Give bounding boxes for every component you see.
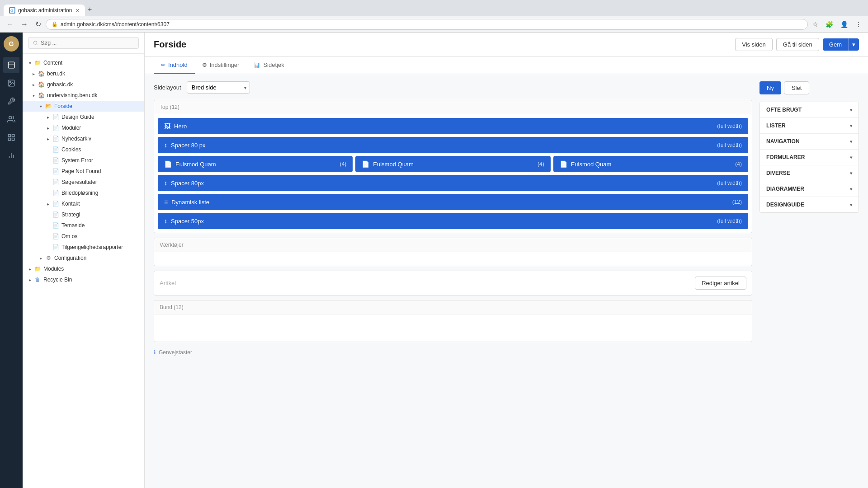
tree-item-nyhedsarkiv[interactable]: ▸ 📄 Nyhedsarkiv: [23, 133, 144, 144]
sidebar-icon-users[interactable]: [3, 111, 19, 127]
sidebar-icon-grid[interactable]: [3, 129, 19, 145]
accordion-header-diverse[interactable]: DIVERSE ▾: [760, 165, 859, 181]
svg-line-15: [37, 44, 38, 45]
sidebar-icon-pages[interactable]: [3, 57, 19, 73]
accordion-header-designguide[interactable]: DESIGNGUIDE ▾: [760, 197, 859, 212]
top-section: Top (12) 🖼 Hero (full width): [154, 100, 752, 233]
tree-toggle: ▾: [37, 103, 44, 110]
folder-icon: 📁: [33, 59, 42, 67]
tree-item-forside[interactable]: ▾ 📂 Forside: [23, 101, 144, 112]
top-section-header: Top (12): [154, 100, 752, 114]
page-icon: 📄: [52, 113, 60, 121]
tree-item-strategi[interactable]: ▸ 📄 Strategi: [23, 209, 144, 220]
tree-item-design-guide[interactable]: ▸ 📄 Design Guide: [23, 112, 144, 122]
sidebar-icon-image[interactable]: [3, 75, 19, 91]
profile-button[interactable]: 👤: [838, 19, 851, 30]
search-input-field[interactable]: [41, 40, 134, 46]
reload-button[interactable]: ↻: [33, 18, 44, 30]
gaa-til-siden-button[interactable]: Gå til siden: [776, 38, 819, 51]
tree-label: Om os: [61, 233, 77, 239]
accordion-header-lister[interactable]: LISTER ▾: [760, 118, 859, 133]
euismod-block-3[interactable]: 📄 Euismod Quam (4): [553, 156, 748, 172]
hero-block[interactable]: 🖼 Hero (full width): [158, 118, 748, 134]
tree-item-beru[interactable]: ▸ 🏠 beru.dk: [23, 68, 144, 79]
home-icon: 🏠: [37, 70, 45, 78]
list-icon: ≡: [164, 198, 168, 206]
accordion-header-navigation[interactable]: NAVIGATION ▾: [760, 134, 859, 149]
vaerktoejer-header: Værktøjer: [154, 238, 752, 252]
page-icon: 📄: [52, 145, 60, 154]
extension-button[interactable]: 🧩: [823, 19, 836, 30]
tree-item-cookies[interactable]: ▸ 📄 Cookies: [23, 144, 144, 155]
tree-item-page-not-found[interactable]: ▸ 📄 Page Not Found: [23, 166, 144, 177]
tree-toggle: ▸: [26, 265, 33, 272]
dynamisk-liste-block[interactable]: ≡ Dynamisk liste (12): [158, 194, 748, 210]
tree-item-billedoplosning[interactable]: ▸ 📄 Billedopløsning: [23, 188, 144, 198]
tree-item-moduler[interactable]: ▸ 📄 Moduler: [23, 122, 144, 133]
tree-item-undervisning[interactable]: ▾ 🏠 undervisning.beru.dk: [23, 90, 144, 101]
tree-label: Design Guide: [61, 114, 94, 120]
doc-icon: 📄: [560, 160, 567, 168]
spacer-50px-block[interactable]: ↕ Spacer 50px (full width): [158, 213, 748, 229]
chevron-icon: ▾: [850, 187, 852, 192]
tree-item-gobasic[interactable]: ▸ 🏠 gobasic.dk: [23, 79, 144, 90]
bookmark-button[interactable]: ☆: [810, 19, 821, 30]
right-panel-buttons: Ny Slet: [760, 81, 859, 94]
accordion-header-formularer[interactable]: FORMULARER ▾: [760, 150, 859, 165]
tree-label: Cookies: [61, 146, 81, 153]
tree-item-soegeresultater[interactable]: ▸ 📄 Søgeresultater: [23, 177, 144, 188]
block-name: Spacer 50px: [171, 218, 204, 225]
folder-icon: 🗑: [33, 276, 42, 284]
euismod-block-2[interactable]: 📄 Euismod Quam (4): [355, 156, 550, 172]
tree-item-system-error[interactable]: ▸ 📄 System Error: [23, 155, 144, 166]
ny-button[interactable]: Ny: [760, 81, 781, 94]
sidebar-icon-tools[interactable]: [3, 93, 19, 109]
tree-toggle: ▸: [44, 135, 52, 142]
page-icon: 📄: [52, 178, 60, 186]
home-icon: 🏠: [37, 91, 45, 99]
page-icon: 📄: [52, 211, 60, 219]
gem-button[interactable]: Gem: [823, 38, 848, 51]
gem-dropdown-button[interactable]: ▾: [848, 38, 859, 51]
tab-indhold[interactable]: ✏ Indhold: [154, 57, 195, 74]
rediger-artikel-button[interactable]: Rediger artikel: [695, 277, 746, 290]
tab-close-button[interactable]: ✕: [75, 8, 80, 14]
vis-siden-button[interactable]: Vis siden: [735, 38, 773, 51]
spacer-80px-block-2[interactable]: ↕ Spacer 80px (full width): [158, 175, 748, 191]
block-count: (4): [538, 161, 544, 167]
svg-point-5: [9, 81, 10, 82]
back-button[interactable]: ←: [4, 19, 16, 30]
forward-button[interactable]: →: [18, 19, 31, 30]
tab-sidetjek[interactable]: 📊 Sidetjek: [246, 57, 291, 74]
accordion-label: DIVERSE: [766, 170, 790, 176]
layout-select-wrapper: Bred side Smal side ▾: [187, 81, 250, 94]
spacer-80px-block[interactable]: ↕ Spacer 80 px (full width): [158, 137, 748, 153]
browser-tab-active[interactable]: G gobasic administration ✕: [4, 5, 85, 16]
sidebar-icon-chart[interactable]: [3, 147, 19, 164]
tree-item-content[interactable]: ▾ 📁 Content: [23, 57, 144, 68]
tree-item-configuration[interactable]: ▸ ⚙ Configuration: [23, 253, 144, 263]
tree-item-temaside[interactable]: ▸ 📄 Temaside: [23, 220, 144, 231]
accordion-item-formularer: FORMULARER ▾: [760, 150, 859, 165]
tab-indstillinger[interactable]: ⚙ Indstillinger: [195, 57, 247, 74]
genvejstaster[interactable]: ℹ Genvejstaster: [154, 347, 752, 358]
tree-item-recycle-bin[interactable]: ▸ 🗑 Recycle Bin: [23, 274, 144, 285]
accordion-header-ofte-brugt[interactable]: OFTE BRUGT ▾: [760, 102, 859, 117]
menu-button[interactable]: ⋮: [853, 19, 864, 30]
tree-toggle: ▸: [26, 276, 33, 283]
user-avatar[interactable]: G: [4, 36, 19, 52]
delete-button[interactable]: Slet: [784, 81, 809, 94]
home-icon: 🏠: [37, 80, 45, 89]
chevron-icon: ▾: [850, 171, 852, 176]
tree-item-kontakt[interactable]: ▸ 📄 Kontakt: [23, 198, 144, 209]
new-tab-button[interactable]: +: [85, 3, 94, 16]
tree-item-om-os[interactable]: ▸ 📄 Om os: [23, 231, 144, 242]
euismod-block-1[interactable]: 📄 Euismod Quam (4): [158, 156, 353, 172]
block-name: Hero: [174, 123, 187, 130]
gem-button-group: Gem ▾: [823, 38, 859, 51]
tree-item-tilgaengelighed[interactable]: ▸ 📄 Tilgængelighedsrapporter: [23, 242, 144, 253]
accordion-header-diagrammer[interactable]: DIAGRAMMER ▾: [760, 181, 859, 197]
tree-item-modules[interactable]: ▸ 📁 Modules: [23, 263, 144, 274]
layout-select[interactable]: Bred side Smal side: [187, 81, 250, 94]
address-bar[interactable]: 🔒 admin.gobasic.dk/cms/#content/content/…: [46, 19, 808, 30]
